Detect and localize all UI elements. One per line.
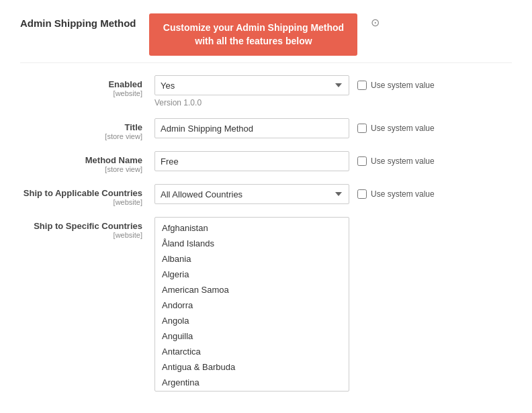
applicable-countries-control-wrap: All Allowed Countries Specific Countries… [154, 184, 512, 204]
country-option[interactable]: American Samoa [155, 282, 349, 297]
applicable-countries-label: Ship to Applicable Countries [website] [20, 184, 154, 206]
country-option[interactable]: Argentina [155, 375, 349, 390]
country-option[interactable]: Armenia [155, 390, 349, 391]
title-input[interactable] [154, 118, 349, 138]
country-list-box[interactable]: AfghanistanÅland IslandsAlbaniaAlgeriaAm… [154, 217, 349, 392]
specific-countries-row: Ship to Specific Countries [website] Afg… [20, 217, 512, 392]
enabled-row: Enabled [website] Yes No Use system valu… [20, 75, 512, 107]
enabled-form-side: Yes No Use system value [154, 75, 512, 95]
country-option[interactable]: Albania [155, 251, 349, 267]
country-option[interactable]: Algeria [155, 267, 349, 282]
title-label: Title [store view] [20, 118, 154, 140]
country-option[interactable]: Anguilla [155, 328, 349, 344]
method-name-use-system[interactable]: Use system value [357, 156, 435, 166]
method-name-use-system-checkbox[interactable] [357, 156, 367, 166]
enabled-control-wrap: Yes No Use system value Version 1.0.0 [154, 75, 512, 107]
country-option[interactable]: Angola [155, 313, 349, 328]
enabled-select[interactable]: Yes No [154, 75, 349, 95]
collapse-icon[interactable]: ⊙ [371, 13, 380, 29]
specific-countries-label: Ship to Specific Countries [website] [20, 217, 154, 239]
title-row: Title [store view] Use system value [20, 118, 512, 140]
title-form-side: Use system value [154, 118, 512, 138]
country-option[interactable]: Åland Islands [155, 236, 349, 251]
specific-countries-control-wrap: AfghanistanÅland IslandsAlbaniaAlgeriaAm… [154, 217, 512, 392]
method-name-form-side: Use system value [154, 151, 512, 171]
title-use-system-checkbox[interactable] [357, 124, 367, 133]
section-title: Admin Shipping Method [20, 13, 136, 29]
banner: Customize your Admin Shipping Method wit… [149, 13, 357, 56]
version-text: Version 1.0.0 [154, 98, 512, 107]
section-header: Admin Shipping Method Customize your Adm… [20, 13, 512, 63]
country-option[interactable]: Antarctica [155, 344, 349, 359]
enabled-label: Enabled [website] [20, 75, 154, 97]
applicable-countries-form-side: All Allowed Countries Specific Countries… [154, 184, 512, 204]
country-option[interactable]: Antigua & Barbuda [155, 359, 349, 375]
country-list-select[interactable]: AfghanistanÅland IslandsAlbaniaAlgeriaAm… [155, 218, 349, 391]
applicable-countries-use-system-checkbox[interactable] [357, 189, 367, 199]
method-name-row: Method Name [store view] Use system valu… [20, 151, 512, 173]
method-name-control-wrap: Use system value [154, 151, 512, 171]
page-wrapper: Admin Shipping Method Customize your Adm… [0, 0, 532, 413]
applicable-countries-select[interactable]: All Allowed Countries Specific Countries [154, 184, 349, 204]
enabled-use-system[interactable]: Use system value [357, 81, 435, 90]
enabled-use-system-checkbox[interactable] [357, 81, 367, 90]
country-option[interactable]: Andorra [155, 297, 349, 313]
applicable-countries-row: Ship to Applicable Countries [website] A… [20, 184, 512, 206]
title-use-system[interactable]: Use system value [357, 124, 435, 133]
method-name-label: Method Name [store view] [20, 151, 154, 173]
applicable-countries-use-system[interactable]: Use system value [357, 189, 435, 199]
country-option[interactable]: Afghanistan [155, 220, 349, 236]
method-name-input[interactable] [154, 151, 349, 171]
title-control-wrap: Use system value [154, 118, 512, 138]
